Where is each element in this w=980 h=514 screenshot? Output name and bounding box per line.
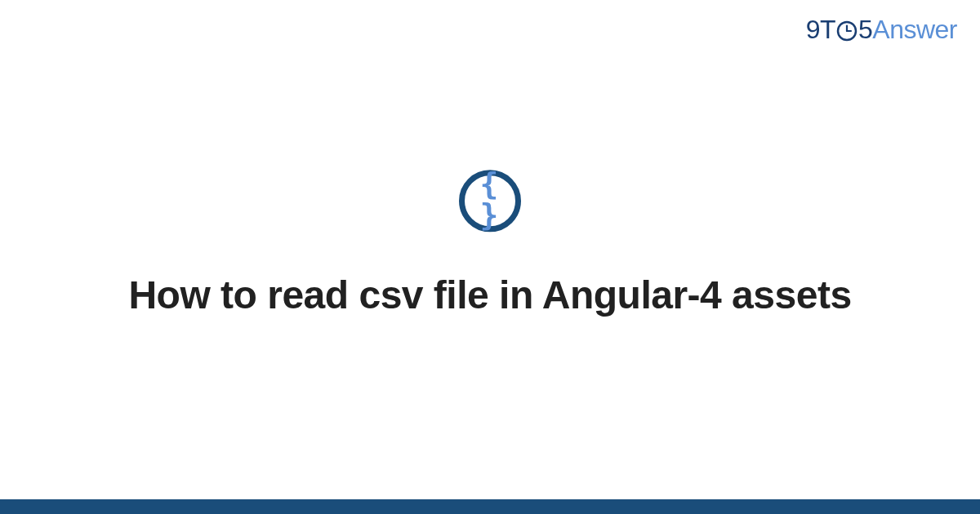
page-title: How to read csv file in Angular-4 assets (49, 271, 931, 320)
code-braces-icon: { } (465, 168, 515, 230)
brand-middle: 5 (858, 15, 872, 45)
brand-logo: 9T 5 Answer (806, 15, 957, 45)
brand-suffix: Answer (872, 15, 957, 45)
main-content: { } How to read csv file in Angular-4 as… (0, 170, 980, 320)
category-badge: { } (459, 170, 521, 232)
brand-prefix: 9T (806, 15, 835, 45)
clock-icon (836, 20, 858, 42)
footer-bar (0, 499, 980, 514)
